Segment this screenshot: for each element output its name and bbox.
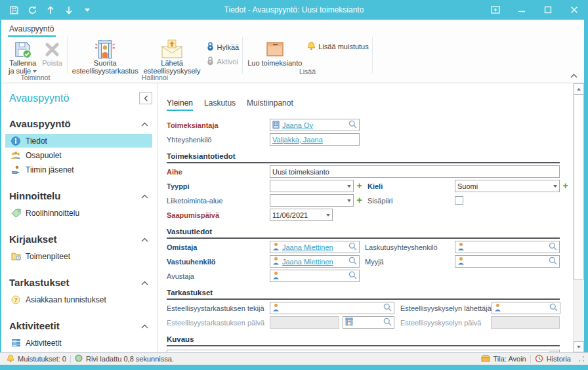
toimeksiantaja-lookup[interactable]: Jaana Oy <box>270 119 360 131</box>
price-tag-icon <box>10 209 21 217</box>
search-icon[interactable] <box>348 271 357 281</box>
add-icon[interactable] <box>356 180 362 192</box>
activate-button[interactable]: Aktivoi <box>206 56 240 67</box>
gate-small-icon <box>345 318 353 327</box>
esteellisyyskyselyn-lahettaja-lookup[interactable] <box>492 302 560 314</box>
send-conflict-query-button[interactable]: Lähetä esteellisyyskysely <box>141 37 203 75</box>
scroll-down-icon[interactable] <box>574 341 584 352</box>
scroll-up-icon[interactable] <box>549 351 558 352</box>
sidebar-item-roolihinnoittelu[interactable]: Roolihinnoittelu <box>5 206 152 220</box>
tab-muistiinpanot[interactable]: Muistiinpanot <box>247 98 293 111</box>
scroll-up-icon[interactable] <box>574 83 584 94</box>
person-icon <box>494 303 501 313</box>
sidebar-section-aktiviteetit[interactable]: Aktiviteetit <box>9 320 148 331</box>
delete-x-icon <box>43 39 61 60</box>
vastuuhenkilo-link[interactable]: Jaana Miettinen <box>282 258 333 266</box>
sidebar-section-avauspyynto[interactable]: Avauspyyntö <box>9 118 148 129</box>
history-button[interactable]: Historia <box>531 354 575 364</box>
add-reminder-button[interactable]: Lisää muistutus <box>307 41 368 52</box>
omistaja-lookup[interactable]: Jaana Miettinen <box>270 241 360 253</box>
sisapiiri-checkbox[interactable] <box>455 196 463 205</box>
add-icon[interactable] <box>562 180 568 192</box>
sidebar-item-asiakkaan-tunnistukset[interactable]: ? Asiakkaan tunnistukset <box>5 293 152 306</box>
create-assignment-button[interactable]: Luo toimeksianto <box>245 37 304 68</box>
save-and-close-button[interactable]: Tallenna ja sulje <box>6 37 39 75</box>
omistaja-link[interactable]: Jaana Miettinen <box>282 243 333 251</box>
form-tabs: Yleinen Laskutus Muistiinpanot <box>167 98 573 111</box>
toimeksiantaja-link[interactable]: Jaana Oy <box>282 121 313 129</box>
saapumispaiva-datepicker[interactable]: 11/06/2021 <box>270 209 333 221</box>
yhteyshenkilo-field[interactable]: Valjakka, Jaana <box>270 133 360 146</box>
sidebar-section-hinnoittelu[interactable]: Hinnoittelu <box>9 190 148 201</box>
refresh-icon[interactable] <box>26 4 38 16</box>
field-row-saapumispaiva: Saapumispäivä 11/06/2021 <box>167 209 573 221</box>
dropdown-caret-icon[interactable] <box>347 185 351 188</box>
tab-laskutus[interactable]: Laskutus <box>204 98 236 111</box>
resize-grip[interactable] <box>578 355 585 363</box>
quick-access-toolbar <box>8 4 93 16</box>
kuvaus-textarea[interactable] <box>167 350 560 352</box>
search-icon[interactable] <box>549 257 557 266</box>
caret-down-icon[interactable] <box>81 4 93 16</box>
vertical-scrollbar[interactable] <box>573 83 584 352</box>
scrollbar-track[interactable] <box>574 279 584 341</box>
esteellisyystarkastuksen-tekija-lookup[interactable] <box>270 302 394 314</box>
form-content: Yleinen Laskutus Muistiinpanot Toimeksia… <box>158 83 573 352</box>
myyja-lookup[interactable] <box>455 255 560 268</box>
field-row-avustaja: Avustaja <box>167 270 573 282</box>
field-row-aihe: Aihe Uusi toimeksianto <box>167 165 573 178</box>
sidebar-section-tarkastukset[interactable]: Tarkastukset <box>9 277 148 288</box>
ribbon-tab-avauspyynto[interactable]: Avauspyyntö <box>8 22 56 37</box>
sidebar-item-toimenpiteet[interactable]: Toimenpiteet <box>5 249 152 263</box>
arrow-down-icon[interactable] <box>63 4 75 16</box>
window-controls <box>487 3 583 16</box>
person-icon <box>272 242 280 252</box>
search-icon[interactable] <box>383 318 392 327</box>
vastuuhenkilo-lookup[interactable]: Jaana Miettinen <box>270 255 360 268</box>
section-header-tarkastukset: Tarkastukset <box>167 289 560 300</box>
laskutusyhteyshenkilo-lookup[interactable] <box>455 241 560 253</box>
search-icon[interactable] <box>348 120 357 130</box>
run-conflict-check-button[interactable]: Suorita esteellisyystarkastus <box>70 37 141 75</box>
box-icon <box>265 39 285 60</box>
search-icon[interactable] <box>549 242 557 252</box>
reject-button[interactable]: Hylkää <box>206 41 240 52</box>
dropdown-caret-icon[interactable] <box>553 185 557 188</box>
popout-icon[interactable] <box>487 3 504 16</box>
close-icon[interactable] <box>566 3 583 16</box>
search-icon[interactable] <box>383 303 392 313</box>
search-icon[interactable] <box>348 257 357 266</box>
esteellisyystarkastus-lookup[interactable] <box>343 316 394 329</box>
sidebar-collapse-icon[interactable] <box>139 92 152 104</box>
delete-button[interactable]: Poista <box>39 37 65 68</box>
liiketoiminta-alue-select[interactable] <box>270 194 354 207</box>
ribbon-body: Tallenna ja sulje Poista Toiminnot <box>1 37 584 73</box>
aihe-input[interactable]: Uusi toimeksianto <box>270 165 560 178</box>
window-bottom-border <box>0 365 588 370</box>
group-label-hallinnoi: Hallinnoi <box>70 73 240 82</box>
ribbon-collapse-icon[interactable] <box>570 72 578 79</box>
maximize-icon[interactable] <box>539 3 556 16</box>
tab-yleinen[interactable]: Yleinen <box>167 98 193 111</box>
dropdown-caret-icon[interactable] <box>347 199 351 202</box>
dropdown-caret-icon[interactable] <box>326 214 330 216</box>
field-row-yhteyshenkilo: Yhteyshenkilö Valjakka, Jaana <box>167 133 573 146</box>
search-icon[interactable] <box>348 242 357 252</box>
group-label-lisaa: Lisää <box>245 68 370 76</box>
sidebar-item-tiimin-jasenet[interactable]: Tiimin jäsenet <box>5 163 152 176</box>
tyyppi-select[interactable] <box>270 180 354 192</box>
add-icon[interactable] <box>356 194 362 207</box>
search-icon[interactable] <box>549 303 558 313</box>
sidebar-item-aktiviteetit[interactable]: Aktiviteetit <box>5 336 152 350</box>
field-row-esteellisyystarkastuksen-paiva: Esteellisyystarkastuksen päivä Esteellis… <box>167 316 573 329</box>
minimize-icon[interactable] <box>513 3 530 16</box>
sidebar-section-kirjaukset[interactable]: Kirjaukset <box>9 234 148 245</box>
scrollbar-thumb[interactable] <box>574 94 584 279</box>
sidebar-item-tiedot[interactable]: Tiedot <box>5 134 152 148</box>
avustaja-lookup[interactable] <box>270 270 360 282</box>
kieli-select[interactable]: Suomi <box>455 180 560 192</box>
sidebar-item-osapuolet[interactable]: Osapuolet <box>5 148 152 162</box>
save-icon[interactable] <box>8 4 20 16</box>
arrow-up-icon[interactable] <box>45 4 56 16</box>
yhteyshenkilo-link[interactable]: Valjakka, Jaana <box>272 136 323 144</box>
